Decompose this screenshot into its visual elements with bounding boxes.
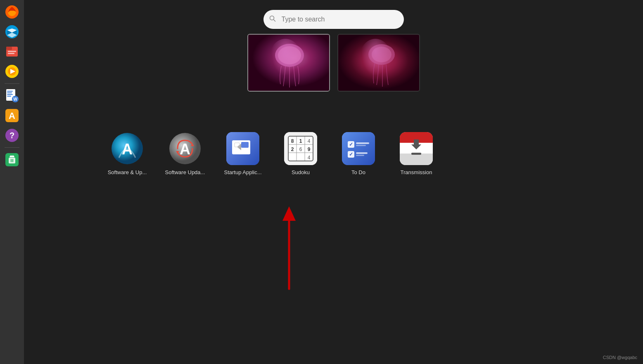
svg-text:✓: ✓	[349, 151, 353, 157]
svg-point-32	[278, 46, 301, 64]
svg-text:✓: ✓	[349, 142, 353, 147]
taskbar-appstore[interactable]: A	[3, 107, 21, 124]
taskbar-firefox[interactable]	[3, 3, 21, 21]
search-icon	[269, 15, 276, 24]
svg-rect-44	[241, 142, 249, 148]
workspaces-container	[247, 34, 420, 92]
svg-line-29	[273, 20, 275, 22]
app-sudoku[interactable]: 8 1 4 2 6 9 4 Sudoku	[280, 132, 321, 175]
svg-rect-30	[248, 35, 329, 91]
svg-rect-24	[9, 158, 15, 163]
taskbar-help[interactable]: ?	[3, 127, 21, 144]
search-container	[263, 10, 404, 29]
svg-rect-61	[342, 132, 375, 165]
svg-rect-5	[8, 51, 16, 52]
app-todo[interactable]: ✓ ✓ To Do	[338, 132, 379, 175]
app-software-updater[interactable]: A Software & Up...	[107, 132, 148, 175]
app-software-update[interactable]: A Software Upda...	[164, 132, 206, 175]
app-icon-software-updater: A	[111, 132, 144, 165]
svg-point-31	[275, 44, 304, 67]
taskbar-thunderbird[interactable]	[3, 23, 21, 40]
app-label-software-update: Software Upda...	[165, 169, 205, 175]
svg-marker-80	[282, 206, 296, 221]
svg-text:?: ?	[9, 131, 14, 140]
svg-point-28	[270, 16, 274, 20]
taskbar-separator-1	[5, 83, 19, 84]
svg-text:6: 6	[299, 147, 302, 152]
app-icon-sudoku: 8 1 4 2 6 9 4	[284, 132, 317, 165]
svg-rect-4	[6, 47, 12, 50]
taskbar-separator-2	[5, 147, 19, 148]
taskbar: W A ?	[0, 0, 24, 364]
arrow-svg	[277, 202, 301, 293]
app-label-todo: To Do	[351, 169, 365, 175]
svg-rect-33	[338, 35, 419, 91]
taskbar-sound[interactable]	[3, 63, 21, 80]
workspace-2[interactable]	[337, 34, 420, 92]
svg-rect-68	[356, 152, 368, 154]
svg-text:4: 4	[308, 155, 311, 161]
svg-rect-15	[7, 96, 11, 97]
app-icon-startup	[226, 132, 259, 165]
app-label-startup: Startup Applic...	[224, 169, 261, 175]
svg-text:A: A	[9, 111, 15, 121]
svg-text:W: W	[13, 97, 17, 102]
svg-rect-14	[7, 94, 13, 95]
svg-text:9: 9	[308, 147, 311, 152]
app-transmission[interactable]: Transmission	[396, 132, 437, 175]
app-label-software-updater: Software & Up...	[108, 169, 147, 175]
app-icon-software-update: A	[168, 132, 202, 165]
svg-rect-25	[11, 159, 12, 162]
watermark: CSDN @wgqabc	[603, 355, 637, 360]
app-startup[interactable]: Startup Applic...	[222, 132, 263, 175]
svg-text:1: 1	[299, 138, 302, 144]
workspace-1[interactable]	[247, 34, 330, 92]
svg-text:8: 8	[291, 138, 294, 144]
taskbar-writer[interactable]: W	[3, 87, 21, 104]
svg-rect-13	[7, 92, 12, 93]
app-label-sudoku: Sudoku	[292, 169, 310, 175]
workspace-2-bg	[338, 35, 419, 91]
svg-text:4: 4	[308, 138, 311, 144]
svg-text:2: 2	[291, 147, 294, 152]
search-input[interactable]	[263, 10, 404, 29]
svg-point-34	[368, 44, 395, 65]
svg-rect-6	[8, 53, 14, 54]
app-label-transmission: Transmission	[401, 169, 432, 175]
app-icon-todo: ✓ ✓	[342, 132, 375, 165]
svg-rect-26	[12, 159, 13, 162]
taskbar-files[interactable]	[3, 43, 21, 60]
svg-rect-78	[411, 153, 421, 155]
svg-rect-27	[10, 156, 14, 157]
main-area: A Software & Up... A	[24, 0, 643, 364]
svg-rect-69	[356, 155, 364, 156]
apps-grid: A Software & Up... A	[107, 132, 437, 175]
arrow-annotation	[277, 202, 301, 295]
svg-rect-12	[7, 91, 13, 92]
svg-text:A: A	[180, 141, 190, 158]
app-icon-transmission	[400, 132, 433, 165]
workspace-1-bg	[248, 35, 329, 91]
taskbar-trash[interactable]	[3, 151, 21, 168]
svg-rect-64	[356, 142, 369, 144]
svg-rect-65	[356, 145, 366, 146]
svg-point-35	[372, 47, 391, 62]
